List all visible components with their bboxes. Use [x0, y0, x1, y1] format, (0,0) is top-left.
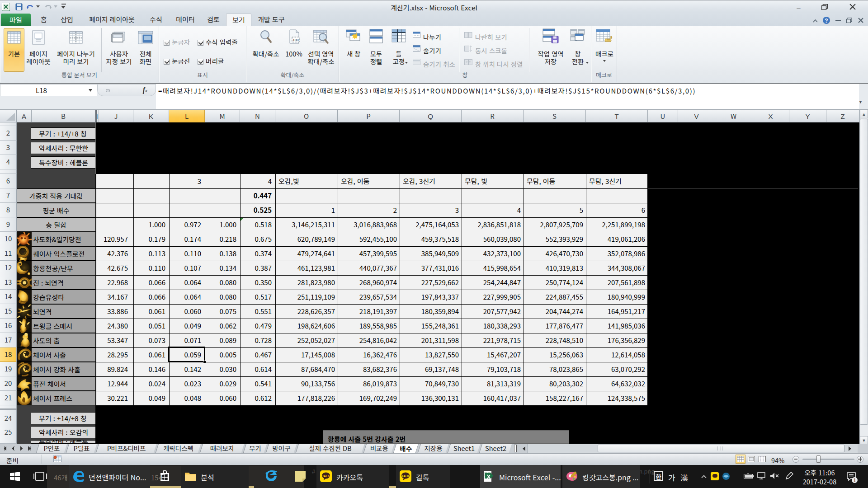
svg-text:100: 100: [292, 38, 299, 42]
svg-text:TALK: TALK: [322, 474, 330, 478]
svg-text:TALK: TALK: [402, 474, 410, 478]
